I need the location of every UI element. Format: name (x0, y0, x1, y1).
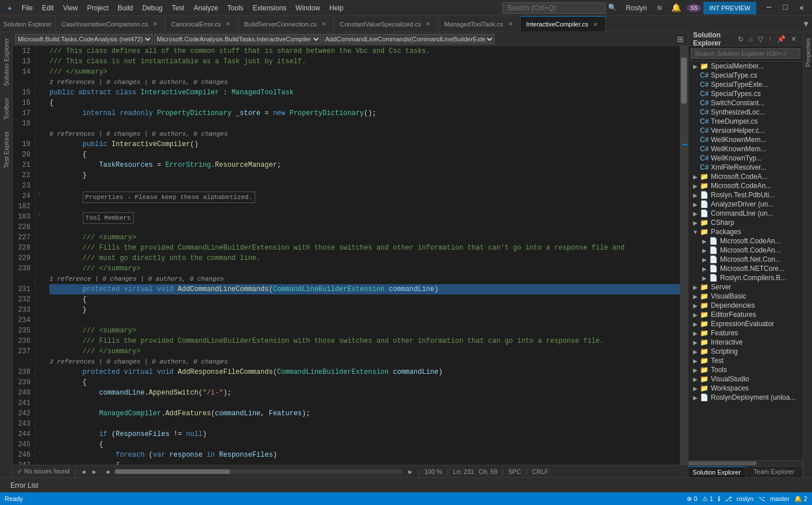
tab-team-explorer[interactable]: Team Explorer (746, 466, 803, 477)
se-home-icon[interactable]: ⌂ (747, 35, 755, 44)
tab-buildserver[interactable]: BuildServerConnection.cs ✕ (238, 16, 334, 32)
h-scrollbar-thumb[interactable] (115, 469, 230, 474)
scroll-left-button[interactable]: ◄ (105, 468, 111, 475)
member-nav-select[interactable]: Microsoft.CodeAnalysis.BuildTasks.Intera… (154, 34, 321, 44)
code-content[interactable]: /// This class defines all of the common… (44, 46, 680, 465)
se-collapse-icon[interactable]: ↑ (767, 35, 773, 44)
se-item-server[interactable]: ▶ 📁 Server (688, 282, 803, 292)
menu-view[interactable]: View (59, 2, 83, 14)
nav-prev-button[interactable]: ◄ (80, 468, 87, 475)
solution-explorer-side-tab[interactable]: Solution Explorer (1, 32, 11, 92)
warning-count[interactable]: ⚠ 1 (702, 495, 713, 503)
se-item-wellknowntype[interactable]: C# WellKnownTyp... (688, 154, 803, 163)
se-item-treedumper[interactable]: C# TreeDumper.cs (688, 117, 803, 126)
method-nav-select[interactable]: AddCommandLineCommands(CommandLineBuilde… (322, 34, 495, 44)
horizontal-scrollbar[interactable] (115, 469, 402, 474)
tab-close-icon[interactable]: ✕ (320, 20, 328, 28)
menu-test[interactable]: Test (167, 2, 189, 14)
se-sync-icon[interactable]: ↻ (736, 35, 745, 44)
se-item-tools[interactable]: ▶ 📁 Tools (688, 365, 803, 374)
tab-managedtooltask[interactable]: ManagedToolTask.cs ✕ (438, 16, 521, 32)
se-item-pkg1[interactable]: ▶ 📄 Microsoft.CodeAn... (688, 236, 803, 246)
tab-caseinsensitive[interactable]: CaseInsensitiveComparison.cs ✕ (56, 16, 166, 32)
message-count[interactable]: ℹ (718, 495, 720, 503)
se-item-versionhelper[interactable]: C# VersionHelper.c... (688, 126, 803, 135)
tab-canonicalerror[interactable]: CanonicalError.cs ✕ (166, 16, 238, 32)
menu-debug[interactable]: Debug (138, 2, 167, 14)
se-item-pkg4[interactable]: ▶ 📄 Microsoft.NETCore... (688, 264, 803, 273)
se-item-packages[interactable]: ▼ 📁 Packages (688, 227, 803, 236)
global-search-input[interactable] (502, 2, 606, 14)
tab-constantvalue[interactable]: ConstantValueSpecialized.cs ✕ (334, 16, 438, 32)
tab-solution-explorer[interactable]: Solution Explorer (688, 466, 746, 477)
se-item-specialtype[interactable]: C# SpecialType.cs (688, 71, 803, 80)
se-item-switchconst[interactable]: C# SwitchConstant... (688, 98, 803, 108)
se-filter-icon[interactable]: ▽ (756, 35, 765, 44)
se-item-pkg2[interactable]: ▶ 📄 Microsoft.CodeAn... (688, 246, 803, 255)
tab-close-icon[interactable]: ✕ (151, 20, 159, 28)
git-label[interactable]: master (770, 495, 790, 502)
se-item-roslyn-pdb[interactable]: ▶ 📄 Roslyn.Test.PdbUti... (688, 190, 803, 200)
se-pin-icon[interactable]: 📌 (775, 35, 787, 44)
se-item-pkg5[interactable]: ▶ 📄 Roslyn.Compilers.B... (688, 273, 803, 282)
se-item-test[interactable]: ▶ 📁 Test (688, 356, 803, 365)
se-item-specialmember[interactable]: ▶ 📁 SpecialMember... (688, 62, 803, 71)
se-item-pkg3[interactable]: ▶ 📄 Microsoft.Net.Con... (688, 255, 803, 264)
se-horizontal-scrollbar[interactable] (688, 460, 803, 466)
menu-build[interactable]: Build (113, 2, 138, 14)
error-list-tab[interactable]: Error List (5, 480, 44, 491)
se-item-analyzerdriver[interactable]: ▶ 📄 AnalyzerDriver (un... (688, 200, 803, 209)
maximize-button[interactable]: □ (777, 2, 793, 14)
se-close-icon[interactable]: ✕ (789, 35, 798, 44)
tab-close-icon[interactable]: ✕ (591, 21, 599, 28)
close-button[interactable]: ✕ (794, 2, 810, 14)
share-icon[interactable]: ⎋ (654, 2, 665, 14)
se-item-commandline[interactable]: ▶ 📄 CommandLine (un... (688, 209, 803, 218)
se-item-roslyn-deploy[interactable]: ▶ 📄 RoslynDeployment (unloa... (688, 393, 803, 402)
notification-badge[interactable]: 🔔 2 (794, 495, 807, 503)
code-editor[interactable]: 12 13 14 15 16 17 18 19 20 21 22 23 24 1… (13, 46, 688, 465)
tab-close-icon[interactable]: ✕ (506, 20, 514, 28)
int-preview-button[interactable]: INT PREVIEW (703, 2, 756, 14)
se-item-visualstudio[interactable]: ▶ 📁 VisualStudio (688, 374, 803, 384)
se-item-expressionevaluator[interactable]: ▶ 📁 ExpressionEvaluator (688, 319, 803, 328)
se-item-specialtypeext[interactable]: C# SpecialTypeExte... (688, 80, 803, 89)
menu-analyze[interactable]: Analyze (189, 2, 223, 14)
se-item-scripting[interactable]: ▶ 📁 Scripting (688, 347, 803, 356)
se-item-synthesized[interactable]: C# SynthesizedLoc... (688, 108, 803, 117)
menu-help[interactable]: Help (325, 2, 348, 14)
error-count[interactable]: ⊗ 0 (687, 495, 697, 503)
scrollbar-thumb[interactable] (681, 58, 687, 104)
git-branch-name[interactable]: roslyn (737, 495, 753, 502)
properties-side-tab[interactable]: Properties (803, 32, 813, 72)
tab-close-icon[interactable]: ✕ (224, 20, 232, 28)
se-item-interactive[interactable]: ▶ 📁 Interactive (688, 338, 803, 347)
se-item-dependencies[interactable]: ▶ 📁 Dependencies (688, 301, 803, 310)
se-item-microsoftcodean2[interactable]: ▶ 📁 Microsoft.CodeAn... (688, 181, 803, 190)
se-item-wellknownmem2[interactable]: C# WellKnownMem... (688, 144, 803, 154)
se-search-input[interactable] (691, 48, 801, 59)
test-explorer-side-tab[interactable]: Test Explorer (1, 125, 11, 174)
se-item-csharp[interactable]: ▶ 📁 CSharp (688, 218, 803, 227)
menu-file[interactable]: File (17, 2, 37, 14)
expand-icon[interactable]: ⊞ (675, 35, 686, 44)
menu-edit[interactable]: Edit (37, 2, 59, 14)
menu-project[interactable]: Project (82, 2, 113, 14)
toolbox-side-tab[interactable]: Toolbox (1, 92, 11, 125)
nav-next-button[interactable]: ► (91, 468, 98, 475)
se-item-specialtypes[interactable]: C# SpecialTypes.cs (688, 89, 803, 98)
se-item-visualbasic[interactable]: ▶ 📁 VisualBasic (688, 292, 803, 301)
tab-overflow-icon[interactable]: ▼ (801, 20, 812, 29)
class-nav-select[interactable]: Microsoft.Build.Tasks.CodeAnalysis (net4… (15, 34, 153, 44)
notification-icon[interactable]: 🔔 (668, 2, 684, 14)
editor-scrollbar[interactable] (680, 46, 688, 465)
tab-close-icon[interactable]: ✕ (424, 20, 432, 28)
account-icon[interactable]: SS (687, 4, 701, 12)
menu-window[interactable]: Window (291, 2, 325, 14)
menu-extensions[interactable]: Extensions (248, 2, 291, 14)
se-item-features[interactable]: ▶ 📁 Features (688, 328, 803, 338)
se-item-workspaces[interactable]: ▶ 📁 Workspaces (688, 384, 803, 393)
se-scrollbar-thumb[interactable] (688, 461, 757, 465)
se-item-wellknownmem1[interactable]: C# WellKnownMem... (688, 135, 803, 144)
menu-tools[interactable]: Tools (223, 2, 248, 14)
